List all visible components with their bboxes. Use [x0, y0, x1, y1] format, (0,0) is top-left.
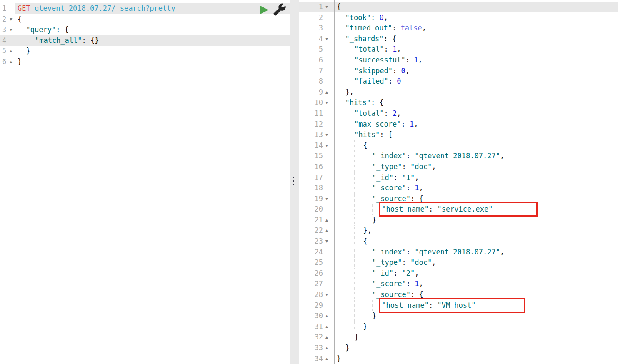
code-token: "hits"	[345, 98, 370, 107]
fold-toggle-icon[interactable]: ▾	[7, 14, 15, 25]
fold-toggle-icon[interactable]: ▾	[323, 2, 330, 12]
send-request-button[interactable]	[260, 5, 268, 15]
code-token: "total"	[354, 109, 384, 117]
indent-guide	[345, 76, 354, 87]
panel-resize-handle[interactable]	[290, 0, 299, 364]
indent-guide	[345, 140, 354, 151]
indent-guide	[363, 279, 372, 289]
code-line: }	[335, 311, 618, 322]
fold-toggle-icon[interactable]: ▾	[323, 194, 330, 204]
gutter-cell: 4	[0, 35, 15, 46]
indent-guide	[337, 183, 345, 194]
code-row: 9▴},	[299, 87, 618, 98]
indent-guide	[363, 194, 372, 204]
line-number: 5	[299, 44, 323, 55]
wrench-icon[interactable]	[273, 3, 286, 16]
code-row: 18"_score": 1,	[299, 183, 618, 194]
line-number: 33	[299, 343, 323, 354]
code-token: :	[384, 109, 393, 117]
fold-toggle-icon[interactable]: ▴	[323, 311, 330, 322]
red-highlight-box: "host_name": "service.exe"	[379, 202, 538, 217]
fold-toggle-icon[interactable]: ▾	[323, 140, 330, 151]
code-line[interactable]: {	[15, 14, 290, 25]
indent-guide	[345, 172, 354, 183]
line-number: 20	[299, 204, 323, 215]
code-row: 10▾"hits": {	[299, 97, 618, 108]
indent-guide	[337, 215, 345, 226]
indent-guide	[354, 300, 363, 311]
indent-guide	[345, 55, 354, 66]
fold-toggle-icon[interactable]: ▴	[323, 215, 330, 226]
fold-toggle-icon[interactable]: ▾	[7, 25, 15, 35]
gutter-cell: 33▴	[299, 343, 335, 354]
indent-guide	[337, 332, 345, 343]
fold-toggle-icon[interactable]: ▾	[323, 130, 330, 140]
indent-guide	[345, 215, 354, 226]
code-token: : {	[56, 25, 69, 34]
code-token: "timed_out"	[345, 24, 392, 32]
fold-toggle-icon[interactable]: ▾	[323, 34, 330, 45]
code-row: 24"_index": "qtevent_2018.07.27",	[299, 247, 618, 258]
gutter-cell: 3▾	[0, 25, 15, 35]
gutter-cell: 6	[299, 55, 335, 66]
fold-toggle-icon[interactable]: ▴	[323, 322, 330, 332]
code-token: false	[401, 24, 422, 32]
code-line[interactable]: }	[15, 46, 290, 57]
gutter-cell: 29	[299, 300, 335, 311]
fold-toggle-icon[interactable]: ▾	[323, 289, 330, 300]
indent-guide	[345, 183, 354, 194]
fold-toggle-icon[interactable]: ▴	[7, 57, 15, 67]
indent-guide	[354, 172, 363, 183]
gutter-cell: 23▾	[299, 236, 335, 247]
fold-toggle-icon[interactable]: ▴	[323, 354, 330, 364]
indent-guide	[345, 322, 354, 332]
request-editor-panel[interactable]: 1GET qtevent_2018.07.27/_search?pretty2▾…	[0, 0, 290, 364]
code-token: "_index"	[372, 248, 406, 256]
gutter-cell: 19▾	[299, 194, 335, 204]
code-token: "failed"	[354, 77, 388, 85]
indent-guide	[337, 108, 345, 119]
code-token: ,	[415, 173, 419, 182]
code-line[interactable]: }	[15, 57, 290, 67]
code-line[interactable]: "match_all": {}	[15, 35, 290, 46]
code-token: :	[393, 269, 402, 277]
code-line: "_index": "qtevent_2018.07.27",	[335, 247, 618, 258]
code-token: "_index"	[372, 152, 406, 160]
fold-toggle-icon[interactable]: ▾	[323, 236, 330, 247]
code-line[interactable]: "query": {	[15, 25, 290, 35]
indent-guide	[337, 289, 345, 300]
indent-guide	[345, 332, 354, 343]
gutter-cell: 11	[299, 108, 335, 119]
fold-toggle-icon[interactable]: ▴	[7, 46, 15, 57]
indent-guide	[337, 140, 345, 151]
indent-guide	[354, 279, 363, 289]
code-row: 20"host_name": "service.exe"	[299, 204, 618, 215]
code-token: :	[393, 173, 402, 182]
code-row: 12"max_score": 1,	[299, 119, 618, 130]
indent-guide	[345, 119, 354, 130]
indent-guide	[345, 225, 354, 236]
fold-toggle-icon[interactable]: ▴	[323, 225, 330, 236]
code-line: "successful": 1,	[335, 55, 618, 66]
fold-toggle-icon[interactable]: ▴	[323, 87, 330, 98]
gutter-cell: 24	[299, 247, 335, 258]
indent-guide	[337, 34, 345, 45]
code-line: },	[335, 87, 618, 98]
fold-toggle-icon[interactable]: ▴	[323, 332, 330, 343]
indent-guide	[337, 194, 345, 204]
indent-guide	[26, 35, 35, 46]
code-token: "_shards"	[345, 35, 383, 43]
indent-guide	[354, 268, 363, 279]
gutter-cell: 31▴	[299, 322, 335, 332]
code-line: "timed_out": false,	[335, 23, 618, 34]
fold-toggle-icon[interactable]: ▾	[323, 97, 330, 108]
code-line: "_id": "2",	[335, 268, 618, 279]
indent-guide	[354, 311, 363, 322]
line-number: 6	[299, 55, 323, 66]
code-token: "query"	[26, 25, 56, 34]
fold-toggle-icon[interactable]: ▴	[323, 343, 330, 354]
line-number: 19	[299, 194, 323, 204]
code-line: }	[335, 343, 618, 354]
code-row: 8"failed": 0	[299, 76, 618, 87]
code-token: :	[402, 258, 410, 267]
